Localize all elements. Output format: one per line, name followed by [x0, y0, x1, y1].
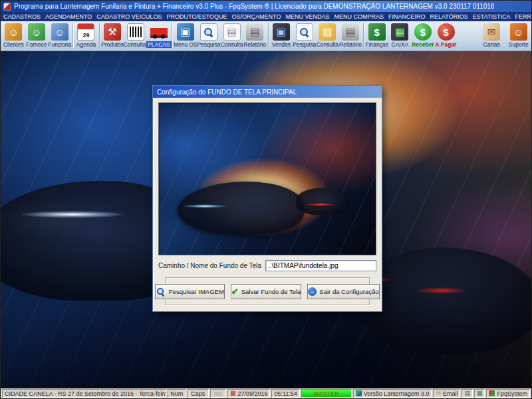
clients-icon: ☺: [5, 23, 22, 41]
statusbar: CIDADE CANELA - RS 27 de Setembro de 201…: [1, 388, 531, 398]
suppliers-icon: ☺: [28, 23, 45, 41]
status-caps-lock: Caps: [188, 389, 209, 398]
application-window: Programa para Lanternagem Funilaria e Pi…: [0, 0, 532, 399]
wallpaper-headlight: [19, 211, 126, 218]
sales-monitor-icon: ▣: [273, 23, 290, 41]
toolbar-button-vendas[interactable]: ▣ Vendas: [270, 22, 293, 48]
car-icon: [150, 23, 168, 41]
calendar-icon: ▦: [230, 390, 236, 396]
menu-os-orcamento[interactable]: OS/ORÇAMENTO: [232, 13, 281, 20]
toolbar-button-menu-os[interactable]: ▣ Menu OS: [174, 22, 197, 48]
menu-cadastro-veiculos[interactable]: CADASTRO VEICULOS: [96, 13, 162, 20]
monitor-icon: ▣: [177, 23, 194, 41]
toolbar-button-consultar[interactable]: Consultar: [124, 22, 147, 48]
printer-icon: ▤: [342, 23, 359, 41]
toolbar-button-pesquisa-vendas[interactable]: Pesquisa: [293, 22, 316, 48]
dialog-title: Configuração do FUNDO DE TELA PRINCIPAL: [157, 88, 297, 96]
letter-icon: ✉: [483, 23, 500, 41]
menu-vendas[interactable]: MENU VENDAS: [285, 13, 329, 20]
window-title: Programa para Lanternagem Funilaria e Pi…: [14, 3, 494, 10]
menu-estatistica[interactable]: ESTATISTICA: [473, 13, 511, 20]
status-location: CIDADE CANELA - RS 27 de Setembro de 201…: [2, 389, 166, 398]
toolbar-button-relatorio-os[interactable]: ▤ Relatório: [243, 22, 267, 48]
toolbar-button-funcionarios[interactable]: ☺ Funciona: [48, 22, 71, 48]
folder-icon: ▥: [319, 23, 336, 41]
status-user: MASTER: [301, 389, 352, 398]
status-brand: FpqSystem: [486, 389, 530, 398]
search-icon: [296, 23, 313, 41]
save-background-button[interactable]: ✔ Salvar Fundo de Tela: [231, 284, 302, 299]
status-printer[interactable]: ▤: [462, 389, 473, 398]
window-titlebar[interactable]: Programa para Lanternagem Funilaria e Pi…: [1, 1, 531, 12]
toolbar-separator: [268, 23, 269, 49]
status-version: Versão Lanternagem 3.0: [353, 389, 432, 398]
toolbar-button-fornecedores[interactable]: ☺ Fornece: [25, 22, 49, 48]
exit-icon: →: [308, 287, 317, 296]
toolbar-button-consulta-vendas[interactable]: ▥ Consulta: [316, 22, 339, 48]
menu-financeiro[interactable]: FINANCEIRO: [388, 13, 426, 20]
dialog-button-group: Pesquisar IMAGEM ✔ Salvar Fundo de Tela …: [165, 277, 370, 305]
menu-cadastros[interactable]: CADASTROS: [3, 13, 41, 20]
toolbar-button-clientes[interactable]: ☺ Clientes: [2, 22, 25, 48]
menu-agendamento[interactable]: AGENDAMENTO: [45, 13, 92, 20]
calendar-icon: 29: [77, 23, 94, 41]
toolbar-button-a-pagar[interactable]: $ A Pagar: [434, 22, 458, 48]
support-icon: ☺: [510, 23, 527, 41]
toolbar-button-cartas[interactable]: ✉ Cartas: [480, 22, 503, 48]
email-icon: ✉: [436, 390, 441, 396]
printer-icon: ▤: [246, 23, 263, 41]
employees-icon: ☺: [51, 23, 68, 41]
menu-produto-estoque[interactable]: PRODUTO/ESTOQUE: [166, 13, 227, 20]
path-label: Caminho / Nome do Fundo de Tela: [158, 262, 261, 269]
toolbar-button-financas[interactable]: $ Finanças: [365, 22, 388, 48]
dialog-titlebar[interactable]: Configuração do FUNDO DE TELA PRINCIPAL: [153, 86, 382, 98]
search-icon: [200, 23, 217, 41]
toolbox-icon: ⚒: [104, 23, 121, 41]
toolbar-button-pesquisa-os[interactable]: Pesquisa: [197, 22, 220, 48]
toolbar-separator: [99, 23, 100, 49]
menu-ferramentas[interactable]: FERRAMENTAS: [515, 13, 532, 20]
toolbar-button-relatorio-vendas[interactable]: ▤ Relatório: [339, 22, 362, 48]
toolbar-separator: [172, 23, 172, 49]
pay-dollar-icon: $: [438, 23, 455, 41]
status-insert: Ins: [210, 389, 226, 398]
receive-dollar-icon: $: [414, 23, 432, 41]
search-icon: [157, 287, 166, 296]
toolbar-separator: [72, 23, 73, 49]
toolbar-button-consulta-os[interactable]: ▤ Consulta: [220, 22, 243, 48]
document-icon: ▤: [223, 23, 241, 41]
status-num-lock: Num: [168, 389, 186, 398]
preview-car-silhouette: [296, 188, 349, 215]
barcode-icon: [127, 23, 144, 41]
toolbar-button-placas[interactable]: PLACAS: [147, 22, 170, 48]
preview-car-silhouette: [178, 182, 304, 235]
check-icon: ✔: [231, 287, 239, 296]
toolbar-button-agenda[interactable]: 29 Agenda: [74, 22, 98, 48]
printer-icon: ▤: [464, 390, 470, 396]
status-calculator[interactable]: ▦: [474, 389, 485, 398]
toolbar-button-receber[interactable]: $ Receber: [412, 22, 435, 48]
toolbar-button-produtos[interactable]: ⚒ Produtos: [101, 22, 124, 48]
status-time: 05:11:54: [271, 389, 299, 398]
menu-relatorios[interactable]: RELATÓRIOS: [430, 13, 467, 20]
cash-register-icon: ▦: [391, 23, 408, 41]
status-email[interactable]: ✉ Email: [433, 389, 460, 398]
wallpaper-car-right: [362, 247, 531, 354]
calculator-icon: ▦: [477, 390, 483, 396]
exit-config-button[interactable]: → Sair da Configuração: [307, 284, 379, 299]
toolbar: ☺ Clientes ☺ Fornece ☺ Funciona 29 Agend…: [1, 21, 531, 51]
toolbar-separator: [363, 23, 364, 49]
fpqsystem-logo-icon: [489, 390, 495, 396]
background-path-input[interactable]: [265, 260, 376, 271]
status-date: ▦ 27/09/2016: [227, 389, 271, 398]
version-icon: [356, 390, 362, 396]
menubar: CADASTROS AGENDAMENTO CADASTRO VEICULOS …: [1, 12, 531, 21]
toolbar-button-suporte[interactable]: ☺ Suporte: [507, 22, 530, 48]
search-image-button[interactable]: Pesquisar IMAGEM: [155, 284, 224, 299]
menu-compras[interactable]: MENU COMPRAS: [334, 13, 384, 20]
wallpaper-taillight: [415, 287, 468, 294]
finance-icon: $: [368, 23, 386, 41]
wallpaper-preview-image: [158, 102, 376, 255]
toolbar-button-caixa[interactable]: ▦ CAIXA: [388, 22, 412, 48]
app-icon: [3, 3, 11, 11]
